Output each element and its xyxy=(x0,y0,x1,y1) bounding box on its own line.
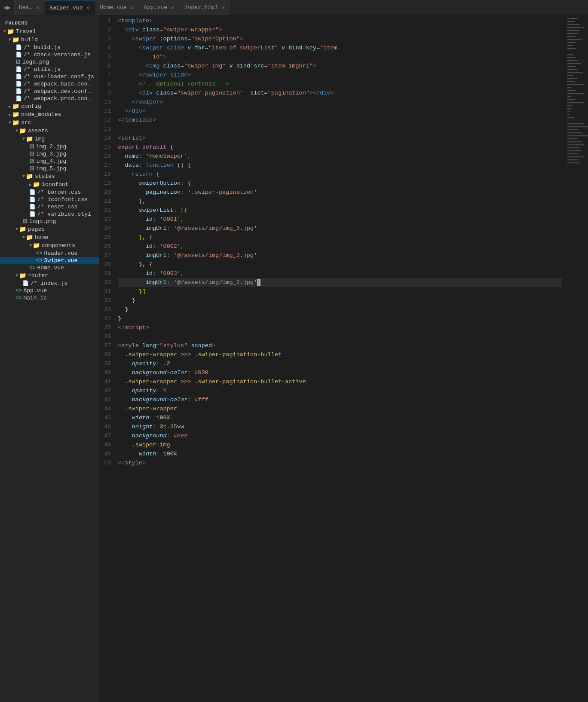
line-number: 50 xyxy=(104,458,111,467)
line-number: 38 xyxy=(104,350,111,359)
sidebar-item-components[interactable]: ▼📁components xyxy=(0,241,99,250)
code-line: <div class="swiper-pagination" slot="pag… xyxy=(118,89,562,98)
code-line xyxy=(118,467,562,476)
file-icon: 📄 xyxy=(15,52,22,58)
sidebar-item-styles[interactable]: ▼📁styles xyxy=(0,172,99,180)
code-line: <swiper-slide v-for="item of swiperList"… xyxy=(118,43,562,52)
line-number: 19 xyxy=(104,179,111,188)
sidebar-item-img4[interactable]: 🖼img_4.jpg xyxy=(0,158,99,165)
line-number: 30 xyxy=(104,278,111,287)
sidebar-item-logo-png[interactable]: 🖼logo.png xyxy=(0,58,99,66)
img-icon: 🖼 xyxy=(29,165,34,172)
nav-back-btn[interactable]: ◀▶ xyxy=(0,0,15,15)
sidebar-item-img[interactable]: ▼📁img xyxy=(0,135,99,143)
tree-label: /* vue-loader.conf.js xyxy=(24,73,94,80)
tab-index-html[interactable]: index.html ✕ xyxy=(180,0,231,15)
sidebar-item-router[interactable]: ▼📁router xyxy=(0,272,99,280)
sidebar-item-varibles-styl[interactable]: 📄/* varibles.styl xyxy=(0,211,99,218)
sidebar-item-logo-src[interactable]: 🖼logo.png xyxy=(0,218,99,225)
sidebar-item-swiper-vue[interactable]: <>Swiper.vue xyxy=(0,257,99,264)
tab-swiper-close[interactable]: ✕ xyxy=(86,5,91,11)
sidebar-item-iconfont[interactable]: ▶📁iconfont xyxy=(0,180,99,189)
sidebar-item-check-versions[interactable]: 📄/* check-versions.js xyxy=(0,51,99,58)
sidebar-item-img3[interactable]: 🖼img_3.jpg xyxy=(0,150,99,158)
tree-label: /* utils.js xyxy=(24,66,61,73)
code-line: background-color: #fff xyxy=(118,395,562,404)
code-line: width: 100% xyxy=(118,449,562,458)
tree-label: router xyxy=(28,272,48,279)
code-line: } xyxy=(118,314,562,323)
tree-label: logo.png xyxy=(22,59,49,65)
sidebar-item-header-vue[interactable]: <>Header.vue xyxy=(0,250,99,257)
code-line: imgUrl: '@/assets/img/img_5.jpg' xyxy=(118,224,562,233)
sidebar-item-node_modules[interactable]: ▶📁node_modules xyxy=(0,110,99,119)
main-layout: FOLDERS ▼📁Travel▼📁build📄/* build.js📄/* c… xyxy=(0,15,588,702)
sidebar-item-reset-css[interactable]: 📄/* reset.css xyxy=(0,203,99,211)
line-number: 41 xyxy=(104,377,111,386)
code-line: }, { xyxy=(118,233,562,242)
sidebar-item-build[interactable]: ▼📁build xyxy=(0,36,99,44)
sidebar-item-app-vue[interactable]: <>App.vue xyxy=(0,287,99,294)
tab-home[interactable]: Home.vue ✕ xyxy=(95,0,139,15)
code-line: export default { xyxy=(118,143,562,152)
sidebar-item-main-js[interactable]: <>main ic xyxy=(0,294,99,302)
line-number: 26 xyxy=(104,242,111,251)
folder-icon: 📁 xyxy=(7,28,14,35)
tree-label: img_5.jpg xyxy=(36,165,66,172)
tab-home-close[interactable]: ✕ xyxy=(129,4,135,11)
code-line: id"> xyxy=(118,52,562,61)
line-number: 22 xyxy=(104,206,111,215)
chevron-icon: ▶ xyxy=(9,104,11,109)
tab-header[interactable]: Hea… ✕ xyxy=(15,0,45,15)
sidebar-item-home-vue[interactable]: <>Home.vue xyxy=(0,264,99,272)
sidebar-item-vue-loader[interactable]: 📄/* vue-loader.conf.js xyxy=(0,73,99,80)
chevron-icon: ▼ xyxy=(15,273,18,278)
line-number: 14 xyxy=(104,134,111,143)
sidebar-item-travel[interactable]: ▼📁Travel xyxy=(0,27,99,36)
tree-label: /* border.css xyxy=(37,189,81,195)
sidebar-item-utils-js[interactable]: 📄/* utils.js xyxy=(0,66,99,73)
sidebar-item-home[interactable]: ▼📁home xyxy=(0,233,99,241)
img-icon: 🖼 xyxy=(15,59,21,65)
tree-label: pages xyxy=(28,226,45,232)
file-icon: 📄 xyxy=(29,204,36,210)
code-line: <script> xyxy=(118,134,562,143)
tab-swiper[interactable]: Swiper.vue ✕ xyxy=(45,0,96,15)
tab-index-html-close[interactable]: ✕ xyxy=(220,4,226,11)
tab-header-close[interactable]: ✕ xyxy=(35,4,40,11)
code-line: </style> xyxy=(118,458,562,467)
tab-app[interactable]: App.vue ✕ xyxy=(139,0,180,15)
chevron-icon: ▼ xyxy=(15,227,18,232)
tab-home-label: Home.vue xyxy=(100,4,126,11)
sidebar-item-iconfont-css[interactable]: 📄/* iconfont.css xyxy=(0,196,99,203)
sidebar-item-webpack-base[interactable]: 📄/* webpack.base.con… xyxy=(0,80,99,88)
tree-label: /* build.js xyxy=(24,44,61,51)
sidebar-item-config[interactable]: ▶📁config xyxy=(0,102,99,110)
line-number: 46 xyxy=(104,422,111,431)
line-number: 6 xyxy=(104,61,111,70)
sidebar-item-index-js[interactable]: 📄/* index.js xyxy=(0,280,99,287)
sidebar-item-pages[interactable]: ▼📁pages xyxy=(0,225,99,233)
tree-label: img_3.jpg xyxy=(36,151,66,157)
sidebar-item-webpack-prod[interactable]: 📄/* webpack.prod.con… xyxy=(0,95,99,102)
sidebar-item-assets[interactable]: ▼📁assets xyxy=(0,127,99,135)
sidebar-item-build-js[interactable]: 📄/* build.js xyxy=(0,44,99,51)
code-line: .swiper-img xyxy=(118,440,562,449)
code-area[interactable]: 1234567891011121314151617181920212223242… xyxy=(99,15,588,702)
sidebar-item-webpack-dev[interactable]: 📄/* webpack.dev.conf… xyxy=(0,88,99,95)
sidebar-item-src[interactable]: ▼📁src xyxy=(0,119,99,127)
tree-label: main ic xyxy=(23,295,47,301)
tab-app-close[interactable]: ✕ xyxy=(170,4,175,11)
line-number: 44 xyxy=(104,404,111,413)
code-content[interactable]: <template> <div class="swiper-wrapper"> … xyxy=(118,15,562,702)
line-number: 11 xyxy=(104,107,111,116)
code-line: <style lang="stylus" scoped> xyxy=(118,341,562,350)
sidebar-item-border-css[interactable]: 📄/* border.css xyxy=(0,189,99,196)
vue-icon: <> xyxy=(15,295,21,301)
folder-icon: 📁 xyxy=(33,242,40,249)
tree-label: /* reset.css xyxy=(37,204,78,210)
code-line: <template> xyxy=(118,16,562,25)
sidebar-item-img5[interactable]: 🖼img_5.jpg xyxy=(0,165,99,172)
sidebar-item-img2[interactable]: 🖼img_2.jpg xyxy=(0,143,99,150)
code-line: </div> xyxy=(118,107,562,116)
